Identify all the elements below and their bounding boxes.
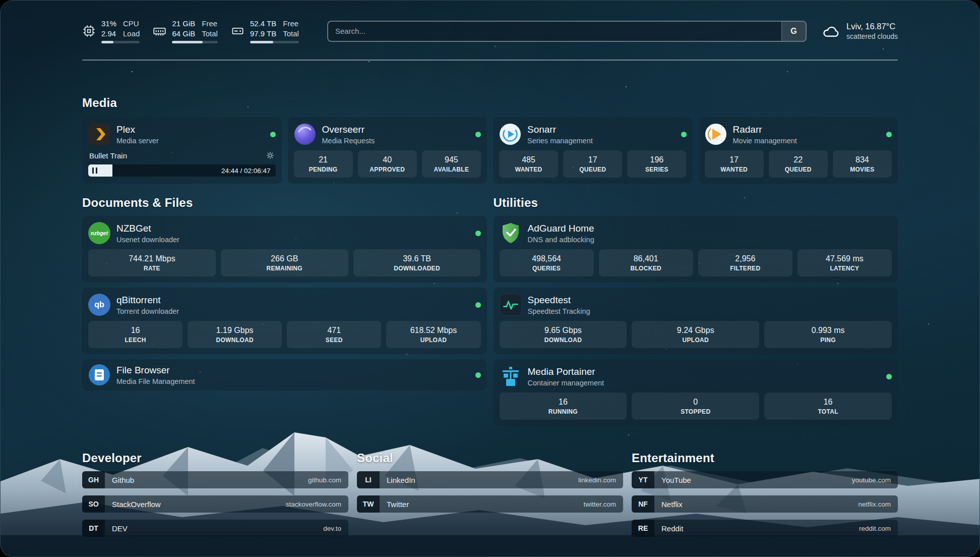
portainer-icon [500, 365, 522, 387]
top-bar: 31% 2.94 CPU Load [82, 19, 898, 43]
stat-ping: 0.993 ms PING [764, 321, 892, 348]
service-subtitle: Torrent downloader [116, 307, 469, 315]
sonarr-icon [499, 123, 521, 145]
bookmark-netflix[interactable]: NF Netflix netflix.com [632, 495, 898, 513]
stat-available: 945 AVAILABLE [422, 150, 481, 178]
service-subtitle: Series management [527, 137, 675, 145]
cpu-label-bottom: Load [123, 29, 140, 39]
bookmark-stackoverflow[interactable]: SO StackOverflow stackoverflow.com [82, 495, 348, 513]
service-name: Overseerr [322, 124, 470, 135]
search-provider-button[interactable]: G [781, 22, 806, 41]
twitter-icon: TW [357, 495, 380, 513]
cpu-percent: 31% [101, 19, 116, 29]
memory-free-value: 21 GiB [172, 19, 195, 29]
bookmark-group-social: Social LI LinkedIn linkedin.com TW Twitt… [357, 451, 623, 544]
section-title-utilities: Utilities [494, 196, 898, 210]
stat-remaining: 266 GB REMAINING [221, 249, 348, 276]
memory-total-value: 64 GiB [172, 29, 195, 39]
service-card-adguard[interactable]: AdGuard Home DNS and adblocking 498,564 … [494, 216, 898, 283]
weather-location: Lviv, 16.87°C [846, 22, 898, 31]
service-card-sonarr[interactable]: Sonarr Series management 485 WANTED 17 Q… [493, 117, 693, 184]
service-card-radarr[interactable]: Radarr Movie management 17 WANTED 22 QUE… [699, 117, 898, 184]
disk-usage-bar [250, 41, 299, 43]
pause-icon [92, 168, 97, 174]
service-card-portainer[interactable]: Media Portainer Container management 16 … [494, 359, 898, 426]
search-bar[interactable]: G [327, 21, 807, 42]
weather-condition: scattered clouds [846, 32, 898, 40]
service-subtitle: Usenet downloader [116, 236, 469, 244]
reddit-icon: RE [632, 520, 654, 537]
status-dot [270, 132, 276, 137]
cpu-usage-bar [101, 41, 140, 43]
disk-total-value: 97.9 TB [250, 29, 276, 39]
stat-movies: 834 MOVIES [833, 150, 892, 178]
speedtest-icon [500, 294, 522, 316]
nzbget-icon: nzbget [88, 222, 110, 244]
stat-wanted: 485 WANTED [499, 150, 558, 178]
stat-queued: 22 QUEUED [769, 150, 828, 178]
service-name: Radarr [733, 124, 881, 135]
section-title-developer: Developer [82, 451, 348, 465]
memory-label-top: Free [202, 19, 218, 29]
stat-total: 16 TOTAL [764, 393, 892, 420]
status-dot [886, 374, 892, 379]
bookmarks-area: Developer GH Github github.com SO StackO… [82, 451, 898, 544]
media-cards-row: Plex Media server Bullet Train [82, 117, 898, 184]
status-dot [475, 132, 481, 137]
bookmark-reddit[interactable]: RE Reddit reddit.com [632, 520, 898, 537]
stat-downloaded: 39.6 TB DOWNLOADED [353, 249, 481, 276]
memory-widget: 21 GiB 64 GiB Free Total [153, 19, 218, 43]
cpu-icon [82, 24, 96, 38]
background-stars [1, 1, 2, 2]
service-card-plex[interactable]: Plex Media server Bullet Train [82, 117, 282, 184]
section-documents: Documents & Files nzbget NZBGet Usenet d… [82, 196, 487, 396]
section-title-entertainment: Entertainment [632, 451, 898, 465]
service-subtitle: Media File Management [116, 377, 469, 385]
service-subtitle: Media Requests [322, 137, 470, 145]
bookmark-linkedin[interactable]: LI LinkedIn linkedin.com [357, 471, 623, 488]
bookmark-dev[interactable]: DT DEV dev.to [82, 520, 348, 537]
service-name: Speedtest [528, 295, 892, 306]
disk-free-value: 52.4 TB [250, 19, 276, 29]
service-card-qbittorrent[interactable]: qb qBittorrent Torrent downloader 16 LEE… [82, 288, 487, 354]
topbar-divider [82, 60, 898, 61]
status-dot [475, 231, 481, 236]
section-title-documents: Documents & Files [82, 196, 487, 210]
stat-filtered: 2,956 FILTERED [698, 249, 792, 276]
settings-gear-icon[interactable] [266, 151, 275, 160]
status-dot [475, 302, 481, 308]
disk-label-bottom: Total [283, 29, 299, 39]
plex-icon [88, 123, 110, 145]
service-subtitle: Media server [116, 137, 264, 145]
service-card-filebrowser[interactable]: File Browser Media File Management [82, 359, 487, 391]
stat-approved: 40 APPROVED [358, 150, 417, 178]
service-name: File Browser [116, 365, 469, 376]
plex-now-playing-title: Bullet Train [89, 151, 127, 160]
stat-upload: 618.52 Mbps UPLOAD [386, 321, 480, 348]
stat-wanted: 17 WANTED [705, 150, 764, 178]
search-input[interactable] [328, 22, 781, 41]
service-card-speedtest[interactable]: Speedtest Speedtest Tracking 9.65 Gbps D… [494, 288, 898, 354]
bookmark-youtube[interactable]: YT YouTube youtube.com [632, 471, 898, 488]
service-card-overseerr[interactable]: Overseerr Media Requests 21 PENDING 40 A… [288, 117, 487, 184]
adguard-icon [500, 222, 522, 244]
status-dot [886, 132, 892, 137]
stat-latency: 47.569 ms LATENCY [798, 249, 892, 276]
service-name: Sonarr [527, 124, 675, 135]
service-card-nzbget[interactable]: nzbget NZBGet Usenet downloader 744.21 M… [82, 216, 487, 283]
disk-icon [231, 24, 244, 38]
memory-usage-fill [172, 41, 203, 43]
stat-stopped: 0 STOPPED [632, 393, 759, 420]
bookmark-twitter[interactable]: TW Twitter twitter.com [357, 495, 623, 513]
memory-icon [153, 24, 166, 38]
section-utilities: Utilities [494, 196, 898, 431]
stat-queued: 17 QUEUED [563, 150, 622, 178]
bookmark-github[interactable]: GH Github github.com [82, 471, 348, 488]
stat-running: 16 RUNNING [500, 393, 627, 420]
stat-seed: 471 SEED [287, 321, 381, 348]
stat-rate: 744.21 Mbps RATE [88, 249, 216, 276]
service-subtitle: DNS and adblocking [528, 236, 892, 244]
section-media: Media Plex Media server Bullet [82, 96, 898, 184]
section-title-social: Social [357, 451, 623, 465]
disk-usage-fill [250, 41, 273, 43]
